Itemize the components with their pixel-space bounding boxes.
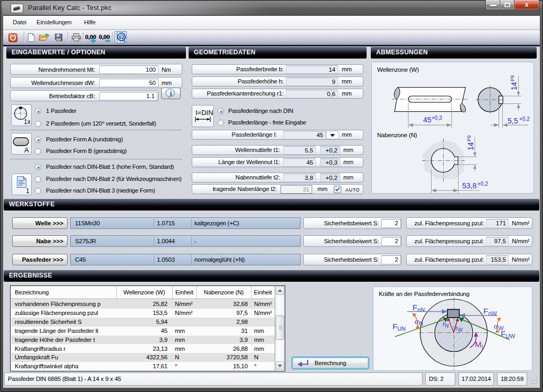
svg-text:FUN: FUN <box>392 322 406 332</box>
svg-text:FnN: FnN <box>413 303 425 313</box>
svg-text:1x: 1x <box>24 118 31 126</box>
svg-text:14: 14 <box>510 82 518 90</box>
svg-text:+0,2: +0,2 <box>519 116 530 122</box>
svg-text:i: i <box>170 90 172 98</box>
svg-text:P9: P9 <box>466 135 472 141</box>
svg-text:1: 1 <box>26 187 30 195</box>
svg-text:αW: αW <box>494 322 504 331</box>
svg-text:45: 45 <box>423 116 432 124</box>
svg-text:A: A <box>24 146 29 154</box>
svg-text:αN: αN <box>415 317 423 327</box>
svg-text:+0,2: +0,2 <box>478 181 488 187</box>
svg-text:P9: P9 <box>509 75 515 81</box>
svg-text:14: 14 <box>466 142 475 150</box>
svg-text:+0,3: +0,3 <box>432 115 442 121</box>
svg-text:5,5: 5,5 <box>508 117 518 125</box>
svg-text:?: ? <box>120 33 124 41</box>
svg-text:53,8: 53,8 <box>462 181 476 190</box>
svg-text:I=DIN: I=DIN <box>195 109 213 117</box>
svg-text:FnW: FnW <box>483 307 497 317</box>
